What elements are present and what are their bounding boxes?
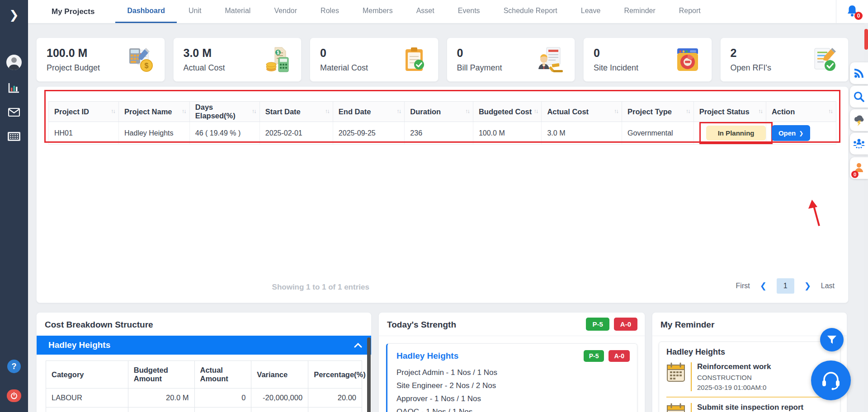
main-content: 100.0 M Project Budget $ 3.0 M Actual Co… xyxy=(28,0,868,412)
team-button[interactable] xyxy=(850,133,868,154)
annotation-box-status: In Planning xyxy=(699,122,773,144)
page-title: My Projects xyxy=(52,7,94,16)
tab-report[interactable]: Report xyxy=(667,0,712,23)
divider xyxy=(691,403,692,412)
stat-value: 100.0 M xyxy=(47,47,100,60)
col-end-date[interactable]: End Date↑↓ xyxy=(333,102,405,122)
sort-icon[interactable]: ↑↓ xyxy=(325,108,329,114)
reminder-item[interactable]: Submit site inspection report xyxy=(666,403,833,412)
sort-icon[interactable]: ↑↓ xyxy=(182,108,186,114)
table-row: HH01 Hadley Heights 46 ( 19.49 % ) 2025-… xyxy=(49,122,836,145)
top-navbar: My Projects Dashboard Unit Material Vend… xyxy=(28,0,868,23)
calculator-coins-icon: $ xyxy=(263,46,291,74)
col-start-date[interactable]: Start Date↑↓ xyxy=(259,102,333,122)
cell-days-elapsed: 46 ( 19.49 % ) xyxy=(189,122,259,145)
col-project-name[interactable]: Project Name↑↓ xyxy=(119,102,190,122)
notifications-button[interactable]: 0 xyxy=(846,5,858,19)
pagination-page-1[interactable]: 1 xyxy=(777,278,794,294)
cost-cell: 20.0 M xyxy=(128,389,194,407)
svg-text:$: $ xyxy=(144,62,148,70)
col-action[interactable]: Action↑↓ xyxy=(766,102,836,122)
stat-card-open-rfi[interactable]: 2 Open RFI's xyxy=(720,37,849,82)
reminder-item[interactable]: Reinforcement work CONSTRUCTION 2025-03-… xyxy=(666,362,833,391)
sort-icon[interactable]: ↑↓ xyxy=(614,108,618,114)
stat-card-bill-payment[interactable]: 0 Bill Payment xyxy=(447,37,576,82)
cell-budgeted-cost: 100.0 M xyxy=(473,122,542,145)
panel-scrollbar[interactable] xyxy=(367,337,371,412)
support-button[interactable] xyxy=(811,360,851,400)
col-actual-cost[interactable]: Actual Cost↑↓ xyxy=(542,102,622,122)
tab-unit[interactable]: Unit xyxy=(177,0,213,23)
bar-chart-icon[interactable] xyxy=(7,81,21,94)
col-budgeted-cost[interactable]: Budgeted Cost↑↓ xyxy=(473,102,542,122)
stat-value: 2 xyxy=(731,47,771,60)
building-icon[interactable] xyxy=(7,130,21,143)
alerts-button[interactable]: 0 xyxy=(850,157,868,179)
cell-action: Open❯ xyxy=(766,122,836,145)
nav-tabs: Dashboard Unit Material Vendor Roles Mem… xyxy=(115,0,712,23)
tab-schedule-report[interactable]: Schedule Report xyxy=(492,0,569,23)
sort-icon[interactable]: ↑↓ xyxy=(252,108,256,114)
stat-card-project-budget[interactable]: 100.0 M Project Budget $ xyxy=(36,37,165,82)
todays-strength-panel: Today's Strength P-5 A-0 Hadley Heights … xyxy=(378,312,645,412)
stat-card-actual-cost[interactable]: 3.0 M Actual Cost $ xyxy=(173,37,302,82)
col-project-type[interactable]: Project Type↑↓ xyxy=(622,102,694,122)
pagination-last[interactable]: Last xyxy=(821,282,835,290)
cell-project-id: HH01 xyxy=(49,122,119,145)
stat-label: Site Incident xyxy=(594,63,638,73)
tab-leave[interactable]: Leave xyxy=(569,0,613,23)
pagination-next-icon[interactable]: ❯ xyxy=(804,281,811,291)
sort-icon[interactable]: ↑↓ xyxy=(111,108,115,114)
stat-card-site-incident[interactable]: 0 Site Incident xyxy=(583,37,712,82)
power-logout-icon[interactable] xyxy=(7,389,21,402)
cost-col-actual: Actual Amount xyxy=(194,361,251,389)
table-summary: Showing 1 to 1 of 1 entries xyxy=(272,283,369,292)
pagination-first[interactable]: First xyxy=(736,282,750,290)
pagination-prev-icon[interactable]: ❮ xyxy=(760,281,767,291)
filter-button[interactable] xyxy=(820,328,844,351)
mail-icon[interactable] xyxy=(7,105,21,119)
cost-breakdown-panel: Cost Breakdown Structure Hadley Heights … xyxy=(36,312,372,412)
tab-events[interactable]: Events xyxy=(446,0,492,23)
tab-members[interactable]: Members xyxy=(351,0,405,23)
absent-badge: A-0 xyxy=(614,318,637,331)
stat-card-material-cost[interactable]: 0 Material Cost xyxy=(310,37,439,82)
rss-feed-button[interactable] xyxy=(850,62,868,84)
sort-icon[interactable]: ↑↓ xyxy=(465,108,469,114)
stat-label: Material Cost xyxy=(320,63,368,73)
cell-actual-cost: 3.0 M xyxy=(542,122,622,145)
open-project-button[interactable]: Open❯ xyxy=(772,125,810,141)
sidebar-expand-icon[interactable]: ❯ xyxy=(9,8,19,22)
strength-project-link[interactable]: Hadley Heights xyxy=(396,351,458,361)
col-project-id[interactable]: Project ID↑↓ xyxy=(49,102,119,122)
reminder-datetime: 2025-03-19 01:00AM:0 xyxy=(697,384,771,391)
cost-col-budgeted: Budgeted Amount xyxy=(128,361,194,389)
search-button[interactable] xyxy=(850,86,868,108)
sort-icon[interactable]: ↑↓ xyxy=(533,108,538,114)
col-duration[interactable]: Duration↑↓ xyxy=(405,102,473,122)
my-reminder-panel: My Reminder Hadley Heights Reinforcement… xyxy=(652,312,847,412)
col-days-elapsed[interactable]: Days Elapsed(%)↑↓ xyxy=(189,102,259,122)
tab-dashboard[interactable]: Dashboard xyxy=(115,0,177,23)
divider xyxy=(666,397,833,398)
clipboard-check-icon xyxy=(400,46,428,74)
help-icon[interactable]: ? xyxy=(7,360,21,373)
weather-button[interactable] xyxy=(850,109,868,131)
calendar-icon xyxy=(666,403,685,412)
sort-icon[interactable]: ↑↓ xyxy=(828,108,832,114)
tab-material[interactable]: Material xyxy=(213,0,262,23)
tab-roles[interactable]: Roles xyxy=(309,0,351,23)
col-project-status[interactable]: Project Status↑↓ xyxy=(693,102,766,122)
avatar[interactable] xyxy=(6,55,22,70)
scrollbar-thumb[interactable] xyxy=(864,29,868,50)
cost-breakdown-accordion[interactable]: Hadley Heights xyxy=(37,336,371,355)
tab-reminder[interactable]: Reminder xyxy=(612,0,667,23)
chevron-up-icon xyxy=(354,343,362,348)
sort-icon[interactable]: ↑↓ xyxy=(686,108,690,114)
tab-asset[interactable]: Asset xyxy=(405,0,446,23)
stat-value: 0 xyxy=(594,47,638,60)
sort-icon[interactable]: ↑↓ xyxy=(758,108,762,114)
sort-icon[interactable]: ↑↓ xyxy=(396,108,401,114)
tab-vendor[interactable]: Vendor xyxy=(262,0,309,23)
stat-cards-row: 100.0 M Project Budget $ 3.0 M Actual Co… xyxy=(36,37,849,82)
